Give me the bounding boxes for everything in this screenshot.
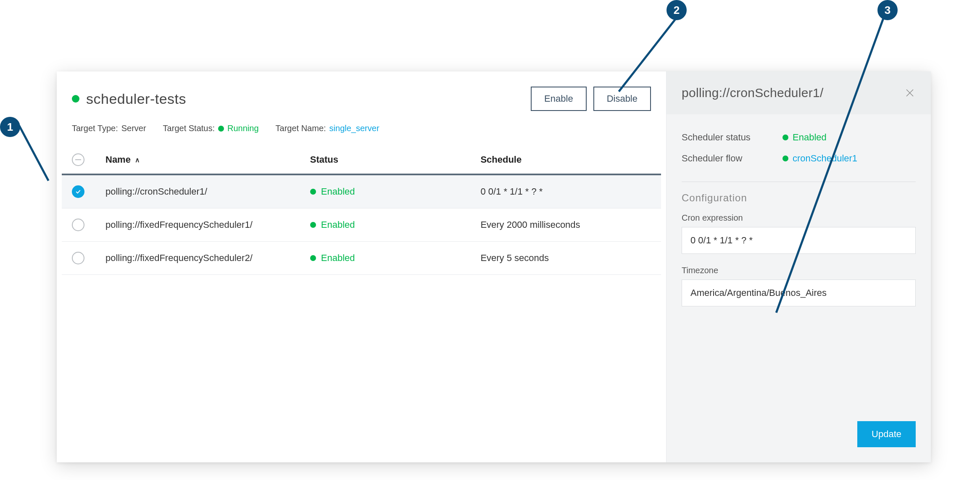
enable-button[interactable]: Enable — [531, 87, 587, 111]
update-button[interactable]: Update — [857, 421, 916, 447]
target-status-label: Target Status: — [163, 124, 215, 133]
row-name: polling://fixedFrequencyScheduler1/ — [105, 219, 310, 230]
table-head: Name ∧ Status Schedule — [62, 141, 661, 175]
scheduler-status-label: Scheduler status — [682, 132, 778, 143]
header: scheduler-tests Enable Disable Target Ty… — [57, 71, 666, 141]
panel-title: polling://cronScheduler1/ — [682, 86, 824, 100]
cron-expression-label: Cron expression — [682, 213, 916, 223]
scheduler-flow-label: Scheduler flow — [682, 153, 778, 164]
schedulers-table: Name ∧ Status Schedule polling://cronSch… — [57, 141, 666, 275]
close-icon[interactable] — [904, 87, 916, 99]
target-name-label: Target Name: — [276, 124, 326, 133]
status-dot-icon — [310, 189, 316, 195]
deselect-all-checkbox[interactable] — [72, 153, 84, 166]
configuration-section-title: Configuration — [682, 192, 916, 204]
column-header-status[interactable]: Status — [310, 154, 481, 165]
disable-button[interactable]: Disable — [593, 87, 651, 111]
timezone-label: Timezone — [682, 266, 916, 275]
table-row[interactable]: polling://cronScheduler1/Enabled0 0/1 * … — [62, 175, 661, 208]
row-status: Enabled — [321, 186, 355, 197]
row-schedule: Every 2000 milliseconds — [480, 219, 651, 230]
page-title: scheduler-tests — [86, 91, 186, 107]
row-checkbox[interactable] — [72, 219, 84, 231]
app-title-row: scheduler-tests — [72, 91, 186, 107]
status-dot-icon — [310, 255, 316, 261]
details-panel: polling://cronScheduler1/ Scheduler stat… — [666, 71, 931, 462]
row-schedule: 0 0/1 * 1/1 * ? * — [480, 186, 651, 197]
row-schedule: Every 5 seconds — [480, 253, 651, 264]
main-card: scheduler-tests Enable Disable Target Ty… — [57, 71, 931, 462]
sort-asc-icon: ∧ — [135, 156, 140, 164]
status-dot-icon — [310, 222, 316, 228]
table-row[interactable]: polling://fixedFrequencyScheduler2/Enabl… — [62, 242, 661, 275]
target-type-label: Target Type: — [72, 124, 118, 133]
row-status: Enabled — [321, 219, 355, 230]
status-dot-icon — [72, 95, 79, 103]
meta-row: Target Type: Server Target Status: Runni… — [72, 124, 651, 133]
row-name: polling://fixedFrequencyScheduler2/ — [105, 253, 310, 264]
callout-badge-1: 1 — [0, 117, 20, 137]
divider — [682, 182, 916, 182]
status-dot-icon — [782, 135, 788, 140]
target-name-link[interactable]: single_server — [329, 124, 379, 133]
row-status: Enabled — [321, 253, 355, 264]
scheduler-status-value: Enabled — [793, 132, 827, 143]
status-dot-icon — [218, 126, 224, 132]
callout-badge-2: 2 — [667, 0, 687, 20]
scheduler-flow-link[interactable]: cronScheduler1 — [793, 153, 857, 164]
target-status-value: Running — [227, 124, 259, 133]
left-pane: scheduler-tests Enable Disable Target Ty… — [57, 71, 666, 462]
timezone-input[interactable] — [682, 280, 916, 306]
status-dot-icon — [782, 156, 788, 161]
row-name: polling://cronScheduler1/ — [105, 186, 310, 197]
row-checkbox[interactable] — [72, 185, 84, 198]
row-checkbox[interactable] — [72, 252, 84, 264]
column-header-name[interactable]: Name ∧ — [105, 154, 310, 165]
column-header-schedule[interactable]: Schedule — [480, 154, 651, 165]
callout-badge-3: 3 — [877, 0, 898, 20]
target-type-value: Server — [121, 124, 146, 133]
table-row[interactable]: polling://fixedFrequencyScheduler1/Enabl… — [62, 208, 661, 242]
